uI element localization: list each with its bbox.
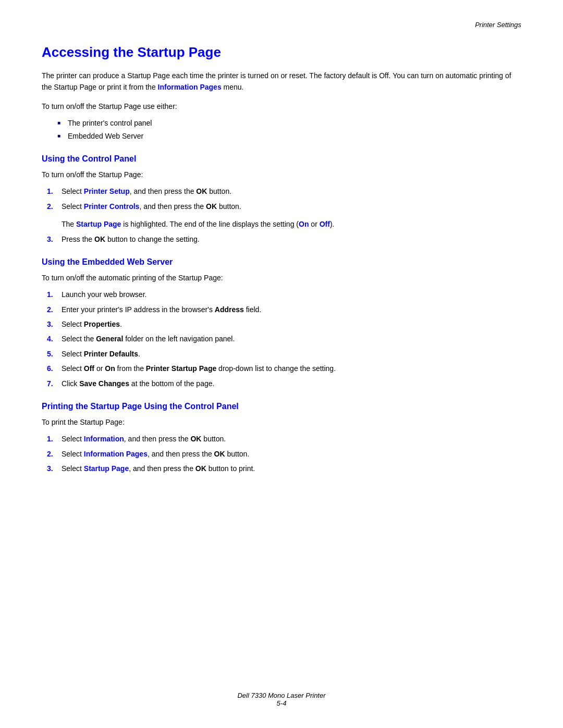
list-item: 1. Select Information, and then press th… xyxy=(47,433,521,445)
list-item: 2. Enter your printer's IP address in th… xyxy=(47,304,521,315)
printing-steps: 1. Select Information, and then press th… xyxy=(47,433,521,474)
list-item: 1. Select Printer Setup, and then press … xyxy=(47,186,521,197)
section-heading-control-panel: Using the Control Panel xyxy=(42,154,521,164)
sub-note-startup-page: The Startup Page is highlighted. The end… xyxy=(62,218,521,230)
control-panel-step3: 3. Press the OK button to change the set… xyxy=(47,233,521,245)
list-item: The printer's control panel xyxy=(57,117,521,129)
header-label: Printer Settings xyxy=(475,21,521,29)
list-item: 3. Press the OK button to change the set… xyxy=(47,233,521,245)
intro-text-1: The printer can produce a Startup Page e… xyxy=(42,71,511,91)
list-item: 3. Select Startup Page, and then press t… xyxy=(47,463,521,474)
header-right: Printer Settings xyxy=(42,21,521,29)
section-heading-printing: Printing the Startup Page Using the Cont… xyxy=(42,402,521,411)
list-item: 3. Select Properties. xyxy=(47,318,521,330)
control-panel-steps: 1. Select Printer Setup, and then press … xyxy=(47,186,521,212)
footer: Dell 7330 Mono Laser Printer 5-4 xyxy=(0,692,563,707)
footer-line1: Dell 7330 Mono Laser Printer xyxy=(0,692,563,699)
list-item: 7. Click Save Changes at the bottom of t… xyxy=(47,378,521,389)
list-item: 2. Select Information Pages, and then pr… xyxy=(47,448,521,460)
list-item: Embedded Web Server xyxy=(57,130,521,142)
list-item: 4. Select the General folder on the left… xyxy=(47,333,521,344)
bullet-list: The printer's control panel Embedded Web… xyxy=(57,117,521,142)
intro-text-end: menu. xyxy=(222,83,244,91)
printing-intro: To print the Startup Page: xyxy=(42,416,521,428)
information-pages-link[interactable]: Information Pages xyxy=(158,83,222,91)
list-item: 5. Select Printer Defaults. xyxy=(47,348,521,360)
list-item: 6. Select Off or On from the Printer Sta… xyxy=(47,363,521,374)
web-server-intro: To turn on/off the automatic printing of… xyxy=(42,272,521,283)
intro-para2: To turn on/off the Startup Page use eith… xyxy=(42,101,521,112)
page-title: Accessing the Startup Page xyxy=(42,44,521,60)
section-heading-web-server: Using the Embedded Web Server xyxy=(42,257,521,267)
intro-paragraph: The printer can produce a Startup Page e… xyxy=(42,70,521,93)
page-container: Printer Settings Accessing the Startup P… xyxy=(0,0,563,728)
footer-line2: 5-4 xyxy=(0,699,563,707)
control-panel-intro: To turn on/off the Startup Page: xyxy=(42,169,521,180)
list-item: 2. Select Printer Controls, and then pre… xyxy=(47,201,521,212)
list-item: 1. Launch your web browser. xyxy=(47,289,521,300)
web-server-steps: 1. Launch your web browser. 2. Enter you… xyxy=(47,289,521,389)
